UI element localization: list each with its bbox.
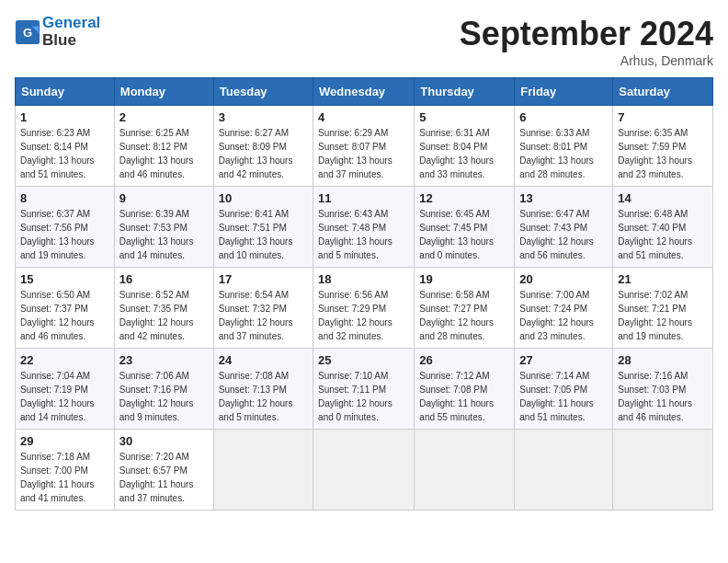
- column-header-wednesday: Wednesday: [313, 78, 415, 106]
- column-header-monday: Monday: [114, 78, 213, 106]
- day-detail: Sunrise: 7:06 AM Sunset: 7:16 PM Dayligh…: [119, 369, 209, 424]
- calendar-cell: 20Sunrise: 7:00 AM Sunset: 7:24 PM Dayli…: [515, 268, 613, 349]
- day-number: 13: [519, 191, 608, 205]
- calendar-cell: 14Sunrise: 6:48 AM Sunset: 7:40 PM Dayli…: [613, 187, 713, 268]
- day-number: 3: [219, 110, 308, 124]
- day-detail: Sunrise: 6:35 AM Sunset: 7:59 PM Dayligh…: [618, 126, 708, 181]
- day-detail: Sunrise: 7:04 AM Sunset: 7:19 PM Dayligh…: [20, 369, 109, 424]
- day-number: 28: [618, 353, 708, 367]
- day-detail: Sunrise: 7:00 AM Sunset: 7:24 PM Dayligh…: [519, 288, 608, 343]
- day-number: 10: [219, 191, 308, 205]
- calendar-cell: 28Sunrise: 7:16 AM Sunset: 7:03 PM Dayli…: [613, 349, 713, 430]
- day-number: 4: [318, 110, 409, 124]
- day-number: 1: [20, 110, 109, 124]
- day-number: 12: [419, 191, 509, 205]
- calendar-cell: 17Sunrise: 6:54 AM Sunset: 7:32 PM Dayli…: [213, 268, 313, 349]
- day-number: 15: [20, 272, 109, 286]
- day-detail: Sunrise: 6:25 AM Sunset: 8:12 PM Dayligh…: [119, 126, 209, 181]
- column-header-sunday: Sunday: [16, 78, 115, 106]
- calendar-cell: 9Sunrise: 6:39 AM Sunset: 7:53 PM Daylig…: [114, 187, 213, 268]
- calendar-cell: 11Sunrise: 6:43 AM Sunset: 7:48 PM Dayli…: [313, 187, 415, 268]
- calendar-cell: [213, 430, 313, 511]
- column-headers: SundayMondayTuesdayWednesdayThursdayFrid…: [16, 78, 713, 106]
- day-detail: Sunrise: 6:23 AM Sunset: 8:14 PM Dayligh…: [20, 126, 109, 181]
- day-detail: Sunrise: 6:50 AM Sunset: 7:37 PM Dayligh…: [20, 288, 109, 343]
- calendar-cell: 25Sunrise: 7:10 AM Sunset: 7:11 PM Dayli…: [313, 349, 415, 430]
- calendar-week-row: 29Sunrise: 7:18 AM Sunset: 7:00 PM Dayli…: [16, 430, 713, 511]
- day-detail: Sunrise: 7:18 AM Sunset: 7:00 PM Dayligh…: [20, 450, 109, 505]
- calendar-cell: 5Sunrise: 6:31 AM Sunset: 8:04 PM Daylig…: [415, 106, 515, 187]
- logo-text-general: General: [42, 14, 100, 31]
- calendar-cell: 24Sunrise: 7:08 AM Sunset: 7:13 PM Dayli…: [213, 349, 313, 430]
- calendar-cell: [515, 430, 613, 511]
- day-number: 23: [119, 353, 209, 367]
- day-number: 18: [318, 272, 409, 286]
- calendar-week-row: 1Sunrise: 6:23 AM Sunset: 8:14 PM Daylig…: [16, 106, 713, 187]
- svg-text:G: G: [23, 25, 32, 39]
- calendar-cell: 16Sunrise: 6:52 AM Sunset: 7:35 PM Dayli…: [114, 268, 213, 349]
- calendar-cell: 4Sunrise: 6:29 AM Sunset: 8:07 PM Daylig…: [313, 106, 415, 187]
- day-detail: Sunrise: 6:43 AM Sunset: 7:48 PM Dayligh…: [318, 207, 409, 262]
- day-detail: Sunrise: 6:47 AM Sunset: 7:43 PM Dayligh…: [519, 207, 608, 262]
- day-detail: Sunrise: 6:33 AM Sunset: 8:01 PM Dayligh…: [519, 126, 608, 181]
- day-number: 9: [119, 191, 209, 205]
- calendar-cell: 1Sunrise: 6:23 AM Sunset: 8:14 PM Daylig…: [16, 106, 115, 187]
- calendar-cell: 8Sunrise: 6:37 AM Sunset: 7:56 PM Daylig…: [16, 187, 115, 268]
- day-number: 16: [119, 272, 209, 286]
- day-detail: Sunrise: 6:45 AM Sunset: 7:45 PM Dayligh…: [419, 207, 509, 262]
- logo-icon: G: [15, 19, 40, 45]
- column-header-friday: Friday: [515, 78, 613, 106]
- column-header-saturday: Saturday: [613, 78, 713, 106]
- day-number: 20: [519, 272, 608, 286]
- day-number: 7: [618, 110, 708, 124]
- page-header: G General Blue September 2024 Arhus, Den…: [15, 15, 713, 68]
- day-number: 8: [20, 191, 109, 205]
- calendar-cell: 21Sunrise: 7:02 AM Sunset: 7:21 PM Dayli…: [613, 268, 713, 349]
- logo: G General Blue: [15, 15, 100, 49]
- calendar-cell: 2Sunrise: 6:25 AM Sunset: 8:12 PM Daylig…: [114, 106, 213, 187]
- day-number: 26: [419, 353, 509, 367]
- calendar-cell: 19Sunrise: 6:58 AM Sunset: 7:27 PM Dayli…: [415, 268, 515, 349]
- calendar-cell: 23Sunrise: 7:06 AM Sunset: 7:16 PM Dayli…: [114, 349, 213, 430]
- calendar-cell: [313, 430, 415, 511]
- calendar-cell: 26Sunrise: 7:12 AM Sunset: 7:08 PM Dayli…: [415, 349, 515, 430]
- column-header-thursday: Thursday: [415, 78, 515, 106]
- day-detail: Sunrise: 6:37 AM Sunset: 7:56 PM Dayligh…: [20, 207, 109, 262]
- day-detail: Sunrise: 6:39 AM Sunset: 7:53 PM Dayligh…: [119, 207, 209, 262]
- day-number: 17: [219, 272, 308, 286]
- calendar-cell: 29Sunrise: 7:18 AM Sunset: 7:00 PM Dayli…: [16, 430, 115, 511]
- day-number: 6: [519, 110, 608, 124]
- calendar-cell: 30Sunrise: 7:20 AM Sunset: 6:57 PM Dayli…: [114, 430, 213, 511]
- calendar-table: SundayMondayTuesdayWednesdayThursdayFrid…: [15, 77, 713, 511]
- day-detail: Sunrise: 7:02 AM Sunset: 7:21 PM Dayligh…: [618, 288, 708, 343]
- day-number: 19: [419, 272, 509, 286]
- calendar-week-row: 22Sunrise: 7:04 AM Sunset: 7:19 PM Dayli…: [16, 349, 713, 430]
- calendar-cell: 7Sunrise: 6:35 AM Sunset: 7:59 PM Daylig…: [613, 106, 713, 187]
- day-number: 24: [219, 353, 308, 367]
- month-title: September 2024: [460, 15, 713, 53]
- day-number: 11: [318, 191, 409, 205]
- day-detail: Sunrise: 6:52 AM Sunset: 7:35 PM Dayligh…: [119, 288, 209, 343]
- day-number: 2: [119, 110, 209, 124]
- calendar-cell: 3Sunrise: 6:27 AM Sunset: 8:09 PM Daylig…: [213, 106, 313, 187]
- day-detail: Sunrise: 6:27 AM Sunset: 8:09 PM Dayligh…: [219, 126, 308, 181]
- calendar-cell: 12Sunrise: 6:45 AM Sunset: 7:45 PM Dayli…: [415, 187, 515, 268]
- day-detail: Sunrise: 7:14 AM Sunset: 7:05 PM Dayligh…: [519, 369, 608, 424]
- calendar-cell: 15Sunrise: 6:50 AM Sunset: 7:37 PM Dayli…: [16, 268, 115, 349]
- day-number: 21: [618, 272, 708, 286]
- day-detail: Sunrise: 6:41 AM Sunset: 7:51 PM Dayligh…: [219, 207, 308, 262]
- calendar-week-row: 15Sunrise: 6:50 AM Sunset: 7:37 PM Dayli…: [16, 268, 713, 349]
- day-number: 30: [119, 434, 209, 448]
- calendar-cell: [415, 430, 515, 511]
- calendar-cell: 18Sunrise: 6:56 AM Sunset: 7:29 PM Dayli…: [313, 268, 415, 349]
- calendar-cell: 6Sunrise: 6:33 AM Sunset: 8:01 PM Daylig…: [515, 106, 613, 187]
- location-subtitle: Arhus, Denmark: [460, 53, 713, 68]
- day-detail: Sunrise: 6:58 AM Sunset: 7:27 PM Dayligh…: [419, 288, 509, 343]
- day-detail: Sunrise: 7:08 AM Sunset: 7:13 PM Dayligh…: [219, 369, 308, 424]
- day-number: 5: [419, 110, 509, 124]
- day-detail: Sunrise: 7:12 AM Sunset: 7:08 PM Dayligh…: [419, 369, 509, 424]
- calendar-week-row: 8Sunrise: 6:37 AM Sunset: 7:56 PM Daylig…: [16, 187, 713, 268]
- day-number: 14: [618, 191, 708, 205]
- day-detail: Sunrise: 7:20 AM Sunset: 6:57 PM Dayligh…: [119, 450, 209, 505]
- day-number: 27: [519, 353, 608, 367]
